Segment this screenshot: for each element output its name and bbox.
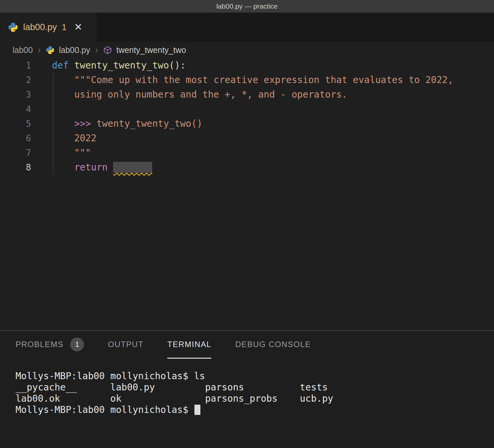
line-number: 5 bbox=[0, 116, 46, 131]
chevron-right-icon: › bbox=[95, 45, 99, 55]
code-token: def bbox=[52, 60, 69, 71]
panel-tab-terminal[interactable]: TERMINAL bbox=[167, 331, 211, 359]
chevron-right-icon: › bbox=[37, 45, 41, 55]
code-line[interactable]: 5 >>> twenty_twenty_two() bbox=[0, 116, 494, 131]
tab-filename: lab00.py bbox=[23, 22, 57, 32]
code-token: >>> bbox=[74, 118, 91, 129]
code-line[interactable]: 7 """ bbox=[0, 146, 494, 160]
panel-tab-label: OUTPUT bbox=[108, 340, 144, 349]
indent-guide bbox=[53, 73, 54, 175]
code-text: >>> twenty_twenty_two() bbox=[52, 116, 202, 131]
panel-tab-label: DEBUG CONSOLE bbox=[235, 340, 311, 349]
terminal[interactable]: Mollys-MBP:lab00 mollynicholas$ ls__pyca… bbox=[0, 359, 494, 416]
panel-tab-output[interactable]: OUTPUT bbox=[108, 331, 144, 359]
code-token: return bbox=[74, 162, 107, 173]
python-icon bbox=[46, 46, 55, 55]
window-titlebar: lab00.py — practice bbox=[0, 0, 494, 13]
code-line[interactable]: 6 2022 bbox=[0, 131, 494, 146]
code-text: return bbox=[52, 160, 152, 175]
line-number: 4 bbox=[0, 102, 46, 116]
code-line[interactable]: 3 using only numbers and the +, *, and -… bbox=[0, 87, 494, 102]
code-token bbox=[52, 89, 74, 100]
code-token bbox=[91, 118, 97, 129]
code-token bbox=[52, 74, 74, 85]
line-number: 3 bbox=[0, 87, 46, 102]
breadcrumb-symbol[interactable]: twenty_twenty_two bbox=[116, 45, 186, 55]
code-token bbox=[52, 162, 74, 173]
code-text: 2022 bbox=[52, 131, 97, 146]
terminal-text: Mollys-MBP:lab00 mollynicholas$ bbox=[16, 404, 194, 415]
code-token: """Come up with the most creative expres… bbox=[74, 74, 453, 85]
code-line[interactable]: 1def twenty_twenty_two(): bbox=[0, 58, 494, 73]
line-number: 7 bbox=[0, 146, 46, 160]
tab-close-icon[interactable]: ✕ bbox=[74, 22, 82, 32]
code-token bbox=[52, 118, 74, 129]
code-token: (): bbox=[169, 60, 186, 71]
terminal-line: lab00.ok ok parsons_probs ucb.py bbox=[16, 393, 494, 404]
code-token: """ bbox=[74, 147, 91, 158]
problems-count-badge: 1 bbox=[70, 337, 84, 351]
line-number: 2 bbox=[0, 73, 46, 87]
editor-tab-lab00[interactable]: lab00.py 1 ✕ bbox=[0, 13, 97, 42]
terminal-line: Mollys-MBP:lab00 mollynicholas$ ls bbox=[16, 371, 494, 382]
tab-problems-badge: 1 bbox=[62, 22, 66, 32]
symbol-cube-icon bbox=[103, 46, 112, 55]
code-token bbox=[108, 162, 113, 173]
breadcrumb: lab00 › lab00.py › twenty_twenty_two bbox=[0, 42, 494, 58]
code-token bbox=[69, 60, 74, 71]
code-text: def twenty_twenty_two(): bbox=[52, 58, 186, 73]
terminal-text: lab00.ok ok parsons_probs ucb.py bbox=[16, 393, 333, 404]
terminal-line: Mollys-MBP:lab00 mollynicholas$ bbox=[16, 404, 494, 416]
code-token: using only numbers and the +, *, and - o… bbox=[74, 89, 347, 100]
editor-tab-bar: lab00.py 1 ✕ bbox=[0, 13, 494, 42]
panel-tab-problems[interactable]: PROBLEMS1 bbox=[16, 331, 84, 359]
editor-lines: 1def twenty_twenty_two():2 """Come up wi… bbox=[0, 58, 494, 175]
code-token: 2022 bbox=[74, 133, 96, 144]
code-line[interactable]: 8 return bbox=[0, 160, 494, 175]
code-text: """ bbox=[52, 146, 91, 160]
breadcrumb-file[interactable]: lab00.py bbox=[59, 45, 90, 55]
line-number: 8 bbox=[0, 160, 46, 175]
panel-tab-label: TERMINAL bbox=[167, 340, 211, 349]
line-number: 1 bbox=[0, 58, 46, 73]
panel-tab-debug-console[interactable]: DEBUG CONSOLE bbox=[235, 331, 311, 359]
warning-squiggle-selection bbox=[113, 162, 152, 173]
window-title: lab00.py — practice bbox=[216, 2, 278, 10]
panel-tabs: PROBLEMS1OUTPUTTERMINALDEBUG CONSOLE bbox=[0, 331, 494, 359]
breadcrumb-folder[interactable]: lab00 bbox=[13, 45, 33, 55]
code-editor[interactable]: 1def twenty_twenty_two():2 """Come up wi… bbox=[0, 58, 494, 330]
code-token: twenty_twenty_two bbox=[74, 60, 169, 71]
code-token bbox=[52, 133, 74, 144]
code-line[interactable]: 2 """Come up with the most creative expr… bbox=[0, 73, 494, 87]
terminal-cursor bbox=[194, 405, 200, 415]
terminal-text: Mollys-MBP:lab00 mollynicholas$ ls bbox=[16, 371, 205, 381]
panel-tab-label: PROBLEMS bbox=[16, 340, 63, 349]
code-token: twenty_twenty_two() bbox=[97, 118, 202, 129]
code-line[interactable]: 4 bbox=[0, 102, 494, 116]
terminal-text: __pycache__ lab00.py parsons tests bbox=[16, 382, 328, 393]
code-text: using only numbers and the +, *, and - o… bbox=[52, 87, 347, 102]
terminal-line: __pycache__ lab00.py parsons tests bbox=[16, 382, 494, 393]
code-text: """Come up with the most creative expres… bbox=[52, 73, 453, 87]
line-number: 6 bbox=[0, 131, 46, 146]
code-token bbox=[52, 147, 74, 158]
bottom-panel: PROBLEMS1OUTPUTTERMINALDEBUG CONSOLE Mol… bbox=[0, 330, 494, 448]
python-icon bbox=[8, 22, 18, 32]
